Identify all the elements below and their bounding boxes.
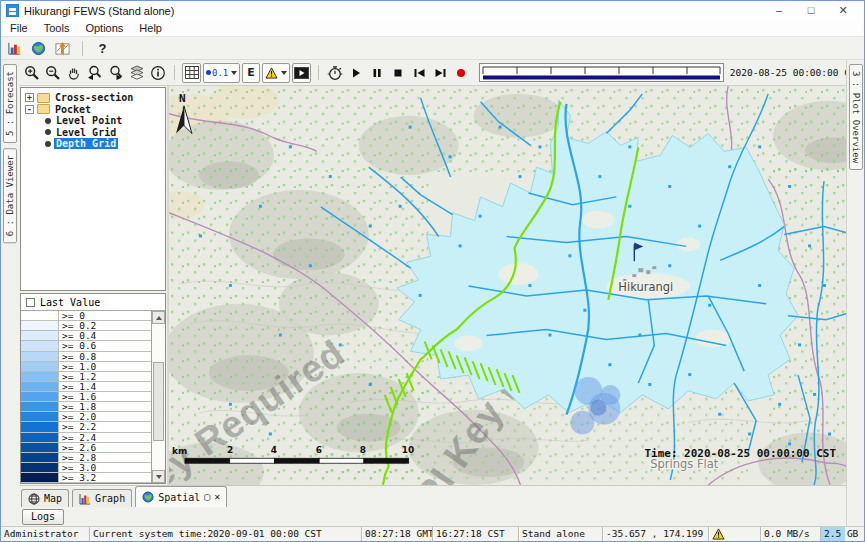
scrollbar-thumb[interactable]	[153, 362, 164, 441]
tab-close-icon[interactable]: ✕	[214, 492, 220, 502]
tab-spatial[interactable]: Spatial ▢ ✕	[135, 486, 227, 507]
tab-forecast[interactable]: 5 : Forecast	[3, 64, 17, 143]
tab-plot-overview[interactable]: 3 : Plot Overview	[849, 64, 863, 170]
bottom-tab-bar: Map Graph Spatial ▢ ✕	[19, 485, 846, 507]
status-memory: 2.5 GB	[820, 527, 864, 541]
record-button[interactable]	[452, 63, 471, 83]
status-warning[interactable]	[708, 527, 760, 541]
legend-color-swatch	[21, 392, 59, 401]
play-button[interactable]	[347, 63, 366, 83]
legend-row-label: >= 2.0	[59, 412, 151, 421]
tab-map[interactable]: Map	[21, 489, 69, 507]
legend-color-swatch	[21, 402, 59, 411]
pan-hand-icon[interactable]	[64, 63, 83, 83]
close-button[interactable]: ✕	[827, 4, 859, 17]
scroll-up-icon[interactable]	[152, 311, 165, 324]
legend-color-swatch	[21, 443, 59, 452]
layers-icon[interactable]	[127, 63, 146, 83]
legend-row-label: >= 2.4	[59, 433, 151, 442]
tab-maximize-icon[interactable]: ▢	[204, 492, 210, 502]
legend-row-label: >= 0.6	[59, 341, 151, 350]
legend-row-label: >= 3.2	[59, 473, 151, 482]
svg-text:4: 4	[271, 445, 277, 455]
legend-color-swatch	[21, 453, 59, 462]
last-value-label: Last Value	[40, 297, 100, 308]
legend-scrollbar[interactable]	[151, 311, 165, 483]
legend-color-swatch	[21, 473, 59, 482]
legend-color-swatch	[21, 362, 59, 371]
svg-text:10: 10	[402, 445, 414, 455]
menu-item[interactable]: Help	[139, 22, 162, 34]
legend-row-label: >= 1.0	[59, 362, 151, 371]
info-icon[interactable]	[148, 63, 167, 83]
logs-row: Logs	[19, 507, 846, 526]
legend-color-swatch	[21, 422, 59, 431]
svg-text:2: 2	[227, 445, 233, 455]
menu-item[interactable]: Options	[85, 22, 123, 34]
tab-data-viewer[interactable]: 6 : Data Viewer	[3, 148, 17, 243]
right-tab-strip: 3 : Plot Overview	[846, 60, 864, 526]
legend-color-swatch	[21, 321, 59, 330]
status-local-time: 16:27:18 CST	[432, 527, 518, 541]
stop-button[interactable]	[389, 63, 408, 83]
warnings-dropdown[interactable]	[262, 63, 290, 83]
last-value-checkbox[interactable]	[26, 298, 35, 307]
map-time-label: Time: 2020-08-25 00:00:00 CST	[645, 447, 837, 460]
bullet-icon	[45, 129, 51, 135]
marker-size-dropdown[interactable]: 0.1	[203, 63, 240, 83]
menu-item[interactable]: File	[10, 22, 28, 34]
expand-icon[interactable]: +	[25, 93, 34, 102]
tree-item-level-point[interactable]: Level Point	[21, 115, 165, 127]
chevron-down-icon	[281, 71, 287, 75]
tree-item-level-grid[interactable]: Level Grid	[21, 127, 165, 139]
timer-icon[interactable]	[326, 63, 345, 83]
toolbar-separator	[174, 65, 175, 80]
svg-text:6: 6	[316, 445, 322, 455]
legend-color-swatch	[21, 352, 59, 361]
legend-row-label: >= 1.6	[59, 392, 151, 401]
step-forward-button[interactable]	[431, 63, 450, 83]
grid-toggle-button[interactable]	[182, 63, 201, 83]
help-button[interactable]: ?	[93, 38, 112, 58]
time-slider[interactable]	[479, 63, 724, 82]
map-display-icon[interactable]	[29, 38, 48, 58]
tree-item-depth-grid[interactable]: Depth Grid	[21, 138, 165, 150]
logs-button[interactable]: Logs	[22, 509, 64, 525]
wire-globe-icon	[28, 493, 40, 505]
menu-item[interactable]: Tools	[44, 22, 70, 34]
legend-row-label: >= 1.4	[59, 382, 151, 391]
zoom-out-icon[interactable]	[43, 63, 62, 83]
zoom-previous-icon[interactable]	[85, 63, 104, 83]
marker-dot-icon	[206, 70, 211, 75]
tree-item-cross-section[interactable]: + Cross-section	[21, 92, 165, 104]
status-throughput: 0.0 MB/s	[760, 527, 820, 541]
scroll-down-icon[interactable]	[152, 470, 165, 483]
tab-graph[interactable]: Graph	[72, 489, 132, 507]
pause-button[interactable]	[368, 63, 387, 83]
timeseries-display-icon[interactable]	[53, 38, 72, 58]
toolbar-separator	[318, 65, 319, 80]
step-back-button[interactable]	[410, 63, 429, 83]
status-system-time: Current system time:2020-09-01 00:00 CST	[89, 527, 361, 541]
animation-button[interactable]	[292, 63, 311, 83]
legend-row-label: >= 0.8	[59, 352, 151, 361]
chevron-down-icon	[231, 71, 237, 75]
zoom-next-icon[interactable]	[106, 63, 125, 83]
map-view[interactable]: API Key Required API Key Required	[169, 86, 846, 485]
tree-item-pocket[interactable]: - Pocket	[21, 104, 165, 116]
legend-color-swatch	[21, 382, 59, 391]
legend-color-swatch	[21, 463, 59, 472]
collapse-icon[interactable]: -	[25, 105, 34, 114]
last-value-row: Last Value	[21, 294, 165, 311]
legend-row-label: >= 2.6	[59, 443, 151, 452]
legend-row-label: >= 2.2	[59, 422, 151, 431]
database-display-icon[interactable]	[5, 38, 24, 58]
legend-row-label: >= 1.8	[59, 402, 151, 411]
legend-color-swatch	[21, 341, 59, 350]
minimize-button[interactable]: –	[763, 4, 795, 17]
svg-text:8: 8	[360, 445, 366, 455]
maximize-button[interactable]: □	[795, 4, 827, 17]
zoom-in-icon[interactable]	[22, 63, 41, 83]
legend-toggle-button[interactable]: E	[242, 63, 260, 83]
legend-row-label: >= 2.8	[59, 453, 151, 462]
